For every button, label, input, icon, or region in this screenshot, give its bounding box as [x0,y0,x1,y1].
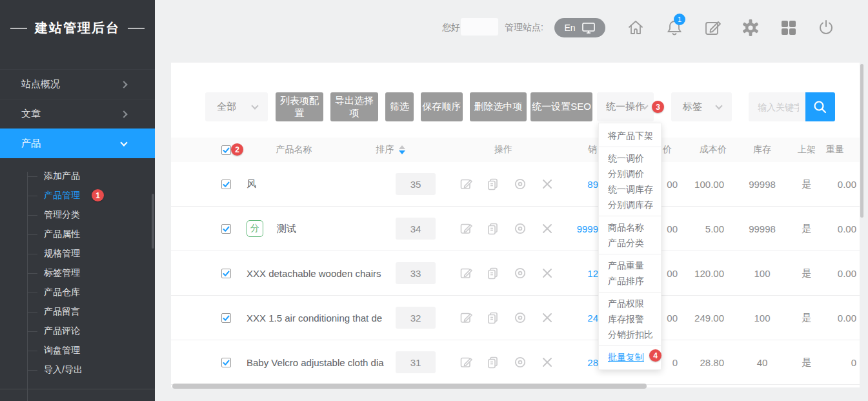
row-checkbox[interactable] [221,358,231,367]
dropdown-item-unshelve[interactable]: 将产品下架 [599,128,661,143]
home-icon[interactable] [625,17,646,38]
marker-badge-1: 1 [92,189,104,201]
list-config-button[interactable]: 列表项配置 [276,92,323,121]
sort-carets-icon[interactable] [399,145,405,154]
submenu-spec-manage[interactable]: 规格管理 [0,244,155,263]
submenu-label: 标签管理 [44,267,80,279]
sidebar-item-products[interactable]: 产品 [0,129,155,158]
product-name[interactable]: 风 [247,162,392,206]
sidebar-divider [0,389,155,389]
edit-icon[interactable] [458,355,474,370]
edit-icon[interactable] [702,17,723,38]
edit-icon[interactable] [458,310,474,325]
vertical-scrollbar[interactable] [860,64,863,218]
chevron-right-icon [120,81,127,88]
sort-value-box[interactable]: 33 [396,262,436,284]
sales-link[interactable]: 28 [520,340,598,384]
sales-link[interactable]: 12 [520,251,598,295]
copy-icon[interactable] [485,310,501,325]
submenu-product-review[interactable]: 产品评论 [0,322,155,341]
submenu-product-manage[interactable]: 产品管理 [0,186,155,205]
sort-value-box[interactable]: 35 [396,173,436,195]
copy-icon[interactable] [485,176,501,192]
product-name-cell[interactable]: 分 测试 [247,207,392,251]
dropdown-item-product-category[interactable]: 产品分类 [599,235,661,251]
batch-operation-select[interactable]: 统一操作 [597,92,654,121]
row-checkbox[interactable] [221,224,231,234]
search-button[interactable] [805,92,835,121]
sidebar-item-articles[interactable]: 文章 [0,99,155,129]
power-icon[interactable] [816,17,836,38]
horizontal-scrollbar[interactable] [172,384,647,389]
filter-all-select[interactable]: 全部 [205,92,268,121]
dropdown-divider [599,216,661,216]
search-input[interactable] [749,92,805,121]
col-header-sales[interactable]: 销 [558,138,597,162]
sidebar-item-site-overview[interactable]: 站点概况 [0,69,155,99]
tag-select[interactable]: 标签 [671,92,732,121]
product-name[interactable]: XXX detachable wooden chairs [247,251,392,295]
col-header-shelf[interactable]: 上架 [786,138,827,162]
weight-value: 0.00 [810,296,856,340]
save-order-button[interactable]: 保存顺序 [421,92,463,121]
submenu-label: 产品仓库 [44,287,80,298]
language-toggle[interactable]: En [554,18,605,37]
submenu-product-warehouse[interactable]: 产品仓库 [0,283,155,302]
dropdown-item-product-weight[interactable]: 产品重量 [599,258,661,273]
sidebar-item-label: 站点概况 [21,78,60,90]
submenu-add-product[interactable]: 添加产品 [0,167,155,186]
sidebar-scrollbar[interactable] [152,194,154,249]
submenu-product-message[interactable]: 产品留言 [0,302,155,322]
row-checkbox[interactable] [221,269,231,278]
gear-icon[interactable] [740,17,761,38]
submenu-product-attr[interactable]: 产品属性 [0,225,155,244]
copy-icon[interactable] [485,265,501,281]
submenu-manage-category[interactable]: 管理分类 [0,205,155,225]
table-row: 风 35 89 00 100.00 99998 是 0.00 [171,162,860,207]
submenu-import-export[interactable]: 导入/导出 [0,360,155,380]
copy-icon[interactable] [485,221,501,236]
dropdown-item-adjust-stock-each[interactable]: 分别调库存 [599,197,661,212]
sort-value-box[interactable]: 31 [396,351,436,373]
col-header-weight[interactable]: 重量 [826,138,856,162]
delete-selected-button[interactable]: 删除选中项 [470,92,527,121]
sales-link[interactable]: 9999 [520,207,598,251]
batch-seo-button[interactable]: 统一设置SEO [530,92,592,121]
dropdown-item-product-title[interactable]: 商品名称 [599,220,661,235]
apps-grid-icon[interactable] [778,17,799,38]
dropdown-item-stock-alert[interactable]: 库存报警 [599,311,661,327]
sales-link[interactable]: 89 [520,162,598,206]
dropdown-item-adjust-price-each[interactable]: 分别调价 [599,166,661,181]
dropdown-item-adjust-price[interactable]: 统一调价 [599,150,661,166]
chevron-right-icon [120,110,127,118]
stock-value: 100 [736,251,788,295]
select-all-checkbox[interactable] [221,145,231,155]
row-checkbox[interactable] [221,180,231,189]
col-header-price[interactable]: 价 [663,138,676,162]
dropdown-item-adjust-stock[interactable]: 统一调库存 [599,181,661,197]
sidebar-menu: 站点概况 文章 产品 [0,69,155,158]
col-header-cost[interactable]: 成本价 [691,138,736,162]
export-selected-button[interactable]: 导出选择项 [330,92,378,121]
dropdown-item-product-sort[interactable]: 产品排序 [599,273,661,289]
edit-icon[interactable] [458,265,474,281]
dropdown-item-product-permission[interactable]: 产品权限 [599,296,661,311]
col-header-stock[interactable]: 库存 [741,138,783,162]
col-header-actions: 操作 [481,138,526,162]
sort-value-box[interactable]: 34 [396,218,436,240]
edit-icon[interactable] [458,221,474,236]
row-checkbox[interactable] [221,313,231,323]
col-header-name[interactable]: 产品名称 [267,138,321,162]
sales-link[interactable]: 24 [520,296,598,340]
copy-icon[interactable] [485,355,501,370]
dropdown-divider [599,254,661,254]
submenu-inquiry-manage[interactable]: 询盘管理 [0,341,155,360]
col-header-sort[interactable]: 排序 [361,138,419,162]
submenu-tag-manage[interactable]: 标签管理 [0,263,155,283]
product-name[interactable]: XXX 1.5 air conditioning that de [247,296,392,340]
dropdown-item-distribution-discount[interactable]: 分销折扣比 [599,327,661,342]
edit-icon[interactable] [458,176,474,192]
product-name[interactable]: Baby Velcro adjustable cloth dia [247,340,392,384]
sort-value-box[interactable]: 32 [396,307,436,329]
filter-button[interactable]: 筛选 [385,92,414,121]
